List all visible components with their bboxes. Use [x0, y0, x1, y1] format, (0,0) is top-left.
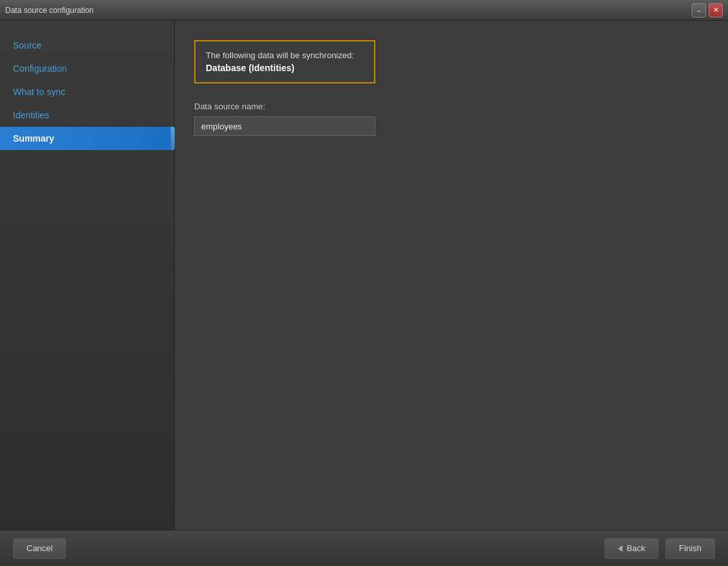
close-button[interactable]: ✕: [709, 3, 723, 17]
title-bar-controls: – ✕: [692, 3, 723, 17]
back-chevron-icon: [618, 545, 623, 552]
close-icon: ✕: [713, 6, 719, 14]
minimize-icon: –: [697, 6, 701, 14]
sidebar-item-identities[interactable]: Identities: [0, 103, 174, 127]
title-bar: Data source configuration – ✕: [0, 0, 728, 21]
bottom-left: Cancel: [13, 538, 66, 559]
finish-label: Finish: [679, 543, 701, 553]
title-bar-text: Data source configuration: [5, 6, 94, 15]
sync-info-line1: The following data will be synchronized:: [206, 50, 364, 60]
sidebar-item-configuration[interactable]: Configuration: [0, 57, 174, 80]
back-label: Back: [626, 543, 645, 553]
datasource-name-input[interactable]: [194, 116, 375, 136]
sidebar-item-what-to-sync[interactable]: What to sync: [0, 80, 174, 103]
sync-info-line2: Database (Identities): [206, 63, 364, 73]
sidebar-item-source[interactable]: Source: [0, 34, 174, 57]
bottom-bar: Cancel Back Finish: [0, 530, 728, 566]
bottom-right: Back Finish: [604, 538, 715, 559]
cancel-label: Cancel: [27, 543, 52, 553]
minimize-button[interactable]: –: [692, 3, 706, 17]
sidebar: Source Configuration What to sync Identi…: [0, 21, 175, 530]
sync-info-box: The following data will be synchronized:…: [194, 40, 375, 83]
datasource-field-label: Data source name:: [194, 102, 709, 111]
cancel-button[interactable]: Cancel: [13, 538, 66, 559]
sidebar-item-summary[interactable]: Summary: [0, 127, 174, 150]
content-panel: The following data will be synchronized:…: [175, 21, 728, 530]
finish-button[interactable]: Finish: [665, 538, 715, 559]
main-area: Source Configuration What to sync Identi…: [0, 21, 728, 530]
back-button[interactable]: Back: [604, 538, 659, 559]
